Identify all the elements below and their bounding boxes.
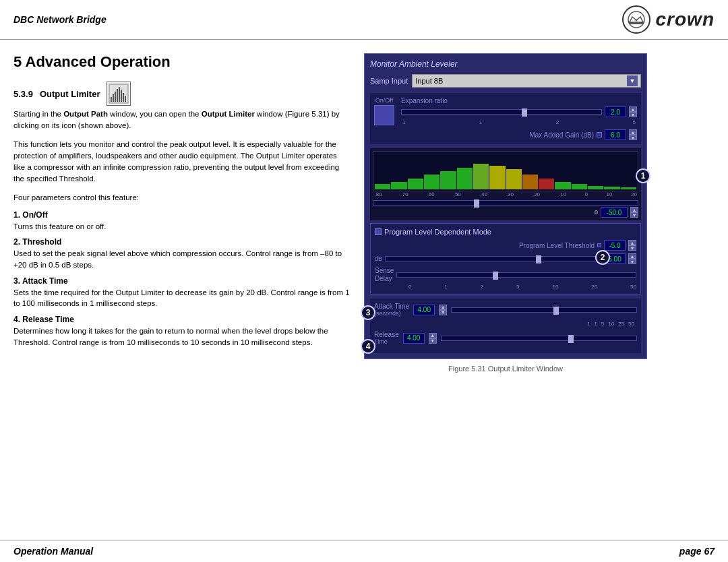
meter-bar: [424, 175, 439, 189]
samp-input-dropdown[interactable]: Input 8B ▼: [412, 74, 641, 88]
release-unit: Time: [374, 338, 399, 345]
meter-labels: -80-70-60-50-40-30-20-1001020: [373, 191, 638, 197]
program-level-wrapper: Program Level Dependent Mode Program Lev…: [370, 223, 641, 294]
svg-point-3: [635, 20, 637, 22]
subsection-threshold: 2. Threshold Used to set the peak signal…: [13, 237, 351, 270]
threshold-slider[interactable]: [373, 200, 638, 206]
plt-down-btn[interactable]: ▼: [628, 245, 636, 251]
max-gain-up-btn[interactable]: ▲: [629, 129, 637, 135]
on-off-toggle[interactable]: [374, 105, 394, 125]
attack-release-wrapper: Attack Time (seconds) 4.00 ▲ ▼ 1: [370, 299, 641, 353]
release-handle[interactable]: [568, 335, 574, 343]
subsection-onoff: 1. On/Off Turns this feature on or off.: [13, 210, 351, 232]
dropdown-arrow-icon[interactable]: ▼: [627, 75, 638, 86]
attack-up[interactable]: ▲: [439, 305, 447, 310]
section-number: 5.3.9: [13, 89, 33, 99]
meter-bar: [522, 175, 538, 189]
plt-indicator: [597, 243, 601, 247]
expansion-up-btn[interactable]: ▲: [629, 106, 637, 112]
plt-updown2: ▲ ▼: [628, 253, 636, 264]
svg-rect-11: [119, 87, 120, 102]
svg-rect-12: [121, 90, 122, 102]
meter-bar: [506, 169, 522, 189]
samp-input-label: Samp Input: [370, 77, 408, 85]
section-header: 5.3.9 Output Limiter: [13, 82, 351, 106]
expansion-slider-handle[interactable]: [522, 108, 527, 117]
delay-ticks: 0125102050: [375, 284, 636, 290]
meter-bar: [489, 166, 505, 189]
program-level-title: Program Level Dependent Mode: [375, 228, 636, 236]
max-gain-indicator: [597, 132, 602, 137]
svg-rect-10: [117, 89, 118, 102]
svg-rect-8: [113, 94, 114, 102]
section-title: Output Limiter: [40, 89, 100, 99]
attack-value: 4.00: [413, 305, 435, 315]
svg-rect-14: [125, 96, 126, 102]
expansion-block: Expansion ratio 2.0 ▲ ▼: [401, 97, 637, 125]
plt-up2[interactable]: ▲: [628, 253, 636, 259]
crown-logo: crown: [622, 5, 715, 34]
release-updown: ▲ ▼: [429, 333, 437, 344]
attack-down[interactable]: ▼: [439, 310, 447, 315]
sense-handle[interactable]: [493, 272, 498, 280]
attack-slider[interactable]: [451, 307, 637, 313]
plt-db-label: dB: [375, 255, 382, 262]
meter-bar: [604, 187, 619, 189]
expansion-ratio-label: Expansion ratio: [401, 97, 637, 104]
threshold-updown: ▲ ▼: [630, 207, 638, 218]
plt-label: Program Level Threshold: [375, 242, 595, 249]
callout-3: 3: [361, 305, 375, 320]
program-level-checkbox[interactable]: [375, 228, 382, 235]
threshold-down-btn[interactable]: ▼: [630, 212, 638, 218]
sense-slider[interactable]: [396, 272, 636, 278]
release-row: Release Time 4.00 ▲ ▼: [374, 331, 637, 345]
attack-label: Attack Time: [374, 303, 409, 310]
expansion-value: 2.0: [605, 106, 626, 117]
callout-2: 2: [595, 250, 610, 265]
intro-paragraph-1: Starting in the Output Path window, you …: [13, 108, 351, 132]
attack-release-section: Attack Time (seconds) 4.00 ▲ ▼ 1: [370, 299, 641, 353]
meter-bar: [440, 171, 456, 189]
subsection-release: 4. Release Time Determines how long it t…: [13, 315, 351, 348]
ui-window-title: Monitor Ambient Leveler: [370, 59, 641, 69]
sense-label: Sense: [375, 267, 394, 274]
expansion-slider-row: 2.0 ▲ ▼: [401, 106, 637, 117]
brand-name: crown: [656, 9, 715, 30]
release-value: 4.00: [403, 333, 425, 344]
svg-rect-5: [630, 22, 643, 24]
plt-handle[interactable]: [536, 255, 541, 263]
meter-bar: [473, 164, 489, 189]
header-title: DBC Network Bridge: [13, 14, 107, 25]
threshold-up-btn[interactable]: ▲: [630, 207, 638, 212]
expansion-ticks: 1125: [401, 119, 637, 125]
meter-bar: [572, 184, 587, 189]
subsection-attack: 3. Attack Time Sets the time required fo…: [13, 276, 351, 309]
left-column: 5 Advanced Operation 5.3.9 Output Limite…: [13, 53, 351, 524]
svg-rect-13: [123, 93, 124, 102]
max-gain-row: Max Added Gain (dB) 6.0 ▲ ▼: [374, 129, 637, 140]
plt-down2[interactable]: ▼: [628, 259, 636, 264]
max-gain-down-btn[interactable]: ▼: [629, 135, 637, 140]
max-gain-value: 6.0: [605, 129, 626, 140]
expansion-slider-track[interactable]: [401, 109, 602, 115]
svg-rect-7: [111, 97, 112, 102]
threshold-handle[interactable]: [474, 199, 479, 208]
plt-updown: ▲ ▼: [628, 240, 636, 251]
right-column: Monitor Ambient Leveler Samp Input Input…: [364, 53, 647, 524]
release-up[interactable]: ▲: [429, 333, 437, 338]
release-slider[interactable]: [441, 336, 637, 341]
threshold-row: [373, 200, 638, 206]
chapter-title: 5 Advanced Operation: [13, 53, 351, 71]
release-down[interactable]: ▼: [429, 338, 437, 344]
plt-up-btn[interactable]: ▲: [628, 240, 636, 245]
attack-updown: ▲ ▼: [439, 305, 447, 315]
expansion-down-btn[interactable]: ▼: [629, 112, 637, 117]
attack-handle[interactable]: [553, 307, 559, 315]
plt-slider[interactable]: [385, 256, 601, 261]
meter-bar: [408, 179, 423, 189]
release-label: Release: [374, 331, 399, 338]
max-gain-label: Max Added Gain (dB): [374, 131, 594, 139]
attack-ticks: 115102550: [374, 321, 637, 327]
meter-bar: [621, 187, 636, 189]
intro-paragraph-2: This function lets you monitor and contr…: [13, 139, 351, 185]
